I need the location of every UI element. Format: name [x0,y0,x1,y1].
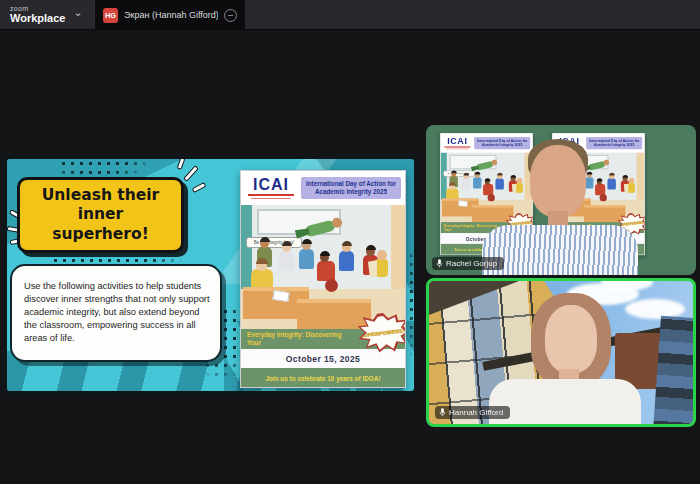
person-torso [489,379,641,427]
poster-title: International Day of Action for Academic… [586,137,642,150]
burst-stroke [192,182,207,193]
person-torso [482,225,638,275]
scene-sign: Be an integrity hero! [443,171,474,177]
zoom-workplace-logo: zoom Workplace [10,5,65,24]
superpowers-burst-text: SUPERPOWERS! [360,327,405,338]
brand-zoom: zoom [10,5,65,12]
classroom-figure [299,249,314,269]
icai-logo-text: ICAI [253,177,289,193]
classroom-figure [600,194,607,201]
chevron-down-icon[interactable]: ⌄ [73,7,82,18]
classroom-figure [495,178,503,189]
poster-title: International Day of Action for Academic… [474,137,530,150]
icai-logo: ICAI [443,137,472,149]
classroom-illustration: Be an integrity hero! [241,205,405,329]
poster-date: October 15, 2025 [241,349,405,368]
top-bar: zoom Workplace ⌄ HG Экран (Hannah Giffor… [0,0,700,30]
icai-logo-bar [444,146,470,147]
poster-header: ICAI International Day of Action for Aca… [241,171,405,205]
slide-canvas: Unleash their inner superhero! Use the f… [7,159,414,391]
icai-logo-bar [248,194,294,196]
poster-banner-1-text: Everyday Integrity: Discovering Your [241,331,353,346]
classroom-figure [585,177,593,188]
glass-facade [653,316,696,427]
slide-headline-text: Unleash their inner superhero! [30,186,171,244]
yellow-superhero-figure [516,183,523,193]
person-head [545,305,597,373]
icai-logo: ICAI [245,177,297,199]
yellow-superhero-figure [628,183,635,193]
video-tile-hannah-active[interactable]: Hannah Gifford [426,278,696,427]
burst-stroke [183,165,199,182]
classroom-desk [297,299,371,329]
classroom-figure [607,178,615,189]
classroom-figure [279,251,294,271]
shared-screen-view: Unleash their inner superhero! Use the f… [2,154,419,396]
meeting-main-area: Unleash their inner superhero! Use the f… [0,31,700,484]
classroom-figure [462,178,470,189]
slide-body-text: Use the following activities to help stu… [24,280,210,345]
icai-poster: ICAI International Day of Action for Aca… [240,170,406,388]
yellow-superhero-figure [375,259,388,277]
classroom-figure [317,261,335,281]
poster-position: ICAI International Day of Action for Aca… [240,170,406,388]
classroom-figure [473,177,481,188]
name-label: Rachel Gorjup [432,257,504,270]
icai-logo-subline [446,148,468,149]
mic-icon [436,259,443,268]
halftone-dots [59,159,149,177]
tab-title: Экран (Hannah Gifford) [124,10,218,20]
paper-sheet [458,200,468,207]
poster-header: ICAI International Day of Action for Aca… [441,134,533,153]
classroom-figure [339,251,354,271]
video-tile-rachel[interactable]: ICAI International Day of Action for Aca… [426,125,696,275]
tab-options-icon[interactable]: – [224,9,237,22]
mic-icon [439,408,446,417]
zoom-app-window: zoom Workplace ⌄ HG Экран (Hannah Giffor… [0,0,700,484]
slide-headline: Unleash their inner superhero! [17,177,184,253]
name-label: Hannah Gifford [435,406,510,419]
brand-workplace: Workplace [10,13,65,24]
participant-name: Hannah Gifford [449,408,503,417]
classroom-desk [472,205,513,222]
tab-screen-share[interactable]: HG Экран (Hannah Gifford) – [95,0,245,30]
scene-sign: Be an integrity hero! [246,237,302,248]
person-head [530,145,586,217]
slide-speech-bubble: Use the following activities to help stu… [10,264,222,362]
poster-banner-2: Join us to celebrate 10 years of IDOA! [241,368,405,388]
classroom-desk [584,205,625,222]
classroom-figure [488,194,495,201]
icai-logo-subline [251,198,291,200]
icai-logo-text: ICAI [447,137,467,146]
classroom-figure [325,279,338,292]
participant-name: Rachel Gorjup [446,259,497,268]
participant-initials-badge: HG [103,8,118,23]
classroom-illustration: Be an integrity hero! [441,153,533,222]
poster-banner-2-text: Join us to celebrate 10 years of IDOA! [265,375,380,382]
poster-title: International Day of Action for Academic… [301,177,401,199]
paper-sheet [272,290,289,302]
